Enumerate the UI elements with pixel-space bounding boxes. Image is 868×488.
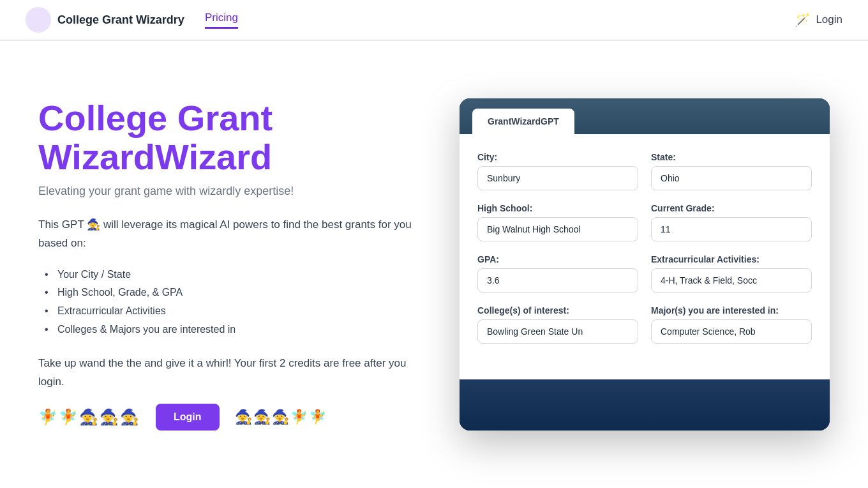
form-row-gpa-extra: GPA: 3.6 Extracurricular Activities: 4-H… <box>477 254 812 293</box>
form-group-majors: Major(s) you are interested in: Computer… <box>651 305 812 344</box>
nav-link-pricing[interactable]: Pricing <box>205 11 238 29</box>
login-button[interactable]: Login <box>156 404 220 431</box>
extracurricular-label: Extracurricular Activities: <box>651 254 812 264</box>
emoji-left: 🧚🧚🧙🧙🧙 <box>38 408 140 426</box>
mockup-wrapper: GrantWizardGPT City: Sunbury State: Ohio <box>460 98 830 431</box>
login-wand-icon: 🪄 <box>795 12 811 27</box>
svg-point-0 <box>26 7 51 33</box>
form-group-colleges: College(s) of interest: Bowling Green St… <box>477 305 638 344</box>
bullet-school-grade: High School, Grade, & GPA <box>51 284 421 302</box>
colleges-input[interactable]: Bowling Green State Un <box>477 319 638 344</box>
form-group-extracurricular: Extracurricular Activities: 4-H, Track &… <box>651 254 812 293</box>
nav-login-button[interactable]: 🪄 Login <box>795 12 842 27</box>
majors-label: Major(s) you are interested in: <box>651 305 812 316</box>
subtitle: Elevating your grant game with wizardly … <box>38 185 421 198</box>
extracurricular-input[interactable]: 4-H, Track & Field, Socc <box>651 268 812 293</box>
logo-icon: 🧙 <box>26 7 51 33</box>
high-school-input[interactable]: Big Walnut High School <box>477 217 638 241</box>
cta-description: Take up wand the the and give it a whirl… <box>38 355 421 392</box>
main-title: College Grant WizardWizard <box>38 98 421 177</box>
high-school-label: High School: <box>477 203 638 213</box>
bullet-city-state: Your City / State <box>51 266 421 284</box>
mockup-footer <box>460 379 830 431</box>
mockup-body: City: Sunbury State: Ohio High School: B… <box>460 134 830 379</box>
form-row-city-state: City: Sunbury State: Ohio <box>477 152 812 190</box>
city-label: City: <box>477 152 638 162</box>
navbar: 🧙 College Grant Wizardry Pricing 🪄 Login <box>0 0 868 41</box>
form-group-state: State: Ohio <box>651 152 812 190</box>
form-group-gpa: GPA: 3.6 <box>477 254 638 293</box>
left-panel: College Grant WizardWizard Elevating you… <box>38 98 421 431</box>
form-group-high-school: High School: Big Walnut High School <box>477 203 638 241</box>
form-row-colleges-majors: College(s) of interest: Bowling Green St… <box>477 305 812 344</box>
form-group-grade: Current Grade: 11 <box>651 203 812 241</box>
nav-brand-label: College Grant Wizardry <box>57 13 184 27</box>
majors-input[interactable]: Computer Science, Rob <box>651 319 812 344</box>
state-input[interactable]: Ohio <box>651 166 812 190</box>
colleges-label: College(s) of interest: <box>477 305 638 316</box>
bullet-extracurricular: Extracurricular Activities <box>51 302 421 321</box>
city-input[interactable]: Sunbury <box>477 166 638 190</box>
gpa-input[interactable]: 3.6 <box>477 268 638 293</box>
mockup-header: GrantWizardGPT <box>460 98 830 134</box>
bullet-list: Your City / State High School, Grade, & … <box>38 266 421 339</box>
mockup-tab: GrantWizardGPT <box>472 109 574 134</box>
form-group-city: City: Sunbury <box>477 152 638 190</box>
main-content: College Grant WizardWizard Elevating you… <box>0 41 868 488</box>
grade-input[interactable]: 11 <box>651 217 812 241</box>
nav-logo[interactable]: 🧙 College Grant Wizardry <box>26 7 184 33</box>
bullet-colleges: Colleges & Majors you are interested in <box>51 321 421 339</box>
cta-row: 🧚🧚🧙🧙🧙 Login 🧙🧙🧙🧚🧚 <box>38 404 421 431</box>
state-label: State: <box>651 152 812 162</box>
grade-label: Current Grade: <box>651 203 812 213</box>
right-panel: GrantWizardGPT City: Sunbury State: Ohio <box>460 98 830 431</box>
gpa-label: GPA: <box>477 254 638 264</box>
description: This GPT 🧙 will leverage its magical AI … <box>38 216 421 253</box>
form-row-school-grade: High School: Big Walnut High School Curr… <box>477 203 812 241</box>
emoji-right: 🧙🧙🧙🧚🧚 <box>235 409 327 425</box>
